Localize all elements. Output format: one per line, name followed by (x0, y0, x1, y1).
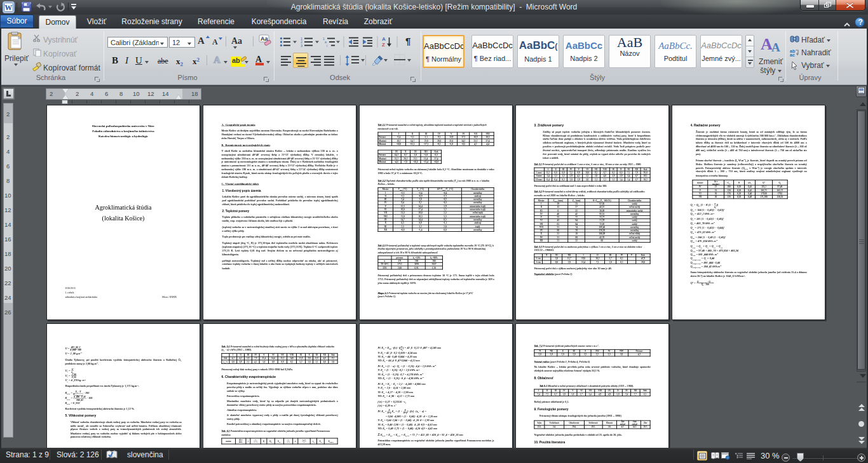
svg-text:ac: ac (790, 53, 795, 57)
svg-text:Z: Z (382, 42, 385, 48)
svg-text:3: 3 (301, 44, 302, 48)
svg-text:A: A (382, 36, 386, 42)
svg-text:W: W (4, 3, 12, 12)
svg-text:i: i (327, 44, 327, 48)
